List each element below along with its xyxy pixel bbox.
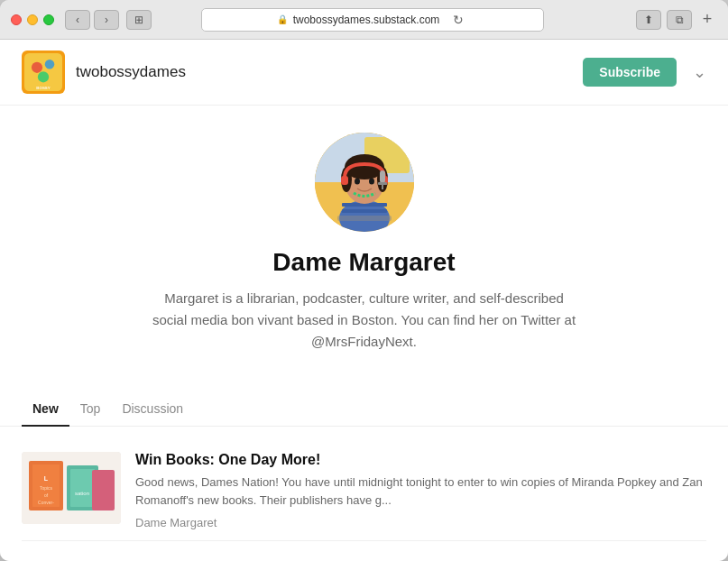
svg-rect-22 xyxy=(380,170,385,183)
post-author: Dame Margaret xyxy=(135,516,706,529)
table-row: L Topics of Conver- sation Win Books: On… xyxy=(22,441,706,541)
back-icon: ‹ xyxy=(76,14,79,26)
tabs-section: New Top Discussion xyxy=(0,392,728,427)
post-info: Win Books: One Day More! Good news, Dame… xyxy=(135,452,706,529)
add-tab-button[interactable]: + xyxy=(697,10,717,30)
nav-buttons: ‹ › xyxy=(65,10,119,30)
page-content: BOSSY twobossydames Subscribe ⌄ xyxy=(0,40,728,561)
svg-text:of: of xyxy=(44,492,49,498)
svg-rect-19 xyxy=(341,176,348,185)
site-header: BOSSY twobossydames Subscribe ⌄ xyxy=(0,40,728,106)
posts-section: L Topics of Conver- sation Win Books: On… xyxy=(0,441,728,541)
site-logo-inner: BOSSY xyxy=(22,51,65,94)
chevron-down-icon[interactable]: ⌄ xyxy=(693,62,706,82)
maximize-button[interactable] xyxy=(43,14,54,25)
address-bar[interactable]: 🔒 twobossydames.substack.com ↻ xyxy=(201,8,544,32)
share-button[interactable]: ⬆ xyxy=(636,10,661,30)
tab-new[interactable]: New xyxy=(22,392,69,427)
reload-button[interactable]: ↻ xyxy=(448,10,468,30)
duplicate-button[interactable]: ⧉ xyxy=(667,10,692,30)
add-tab-icon: + xyxy=(703,10,713,29)
traffic-lights xyxy=(11,14,54,25)
site-logo: BOSSY xyxy=(22,51,65,94)
tabs-row: New Top Discussion xyxy=(22,392,706,426)
toolbar-right: ⬆ ⧉ + xyxy=(636,10,717,30)
minimize-button[interactable] xyxy=(27,14,38,25)
svg-rect-33 xyxy=(70,469,95,507)
post-thumbnail: L Topics of Conver- sation xyxy=(22,452,121,524)
svg-rect-21 xyxy=(337,216,392,221)
svg-text:Conver-: Conver- xyxy=(38,500,54,505)
subscribe-button[interactable]: Subscribe xyxy=(583,58,677,87)
profile-section: Dame Margaret Margaret is a librarian, p… xyxy=(0,106,728,392)
svg-rect-23 xyxy=(378,182,387,185)
browser-window: ‹ › ⊞ 🔒 twobossydames.substack.com ↻ ⬆ ⧉… xyxy=(0,0,728,561)
profile-name: Dame Margaret xyxy=(272,248,455,277)
svg-point-2 xyxy=(45,60,55,69)
close-button[interactable] xyxy=(11,14,22,25)
svg-rect-11 xyxy=(342,209,387,213)
post-excerpt: Good news, Dames Nation! You have until … xyxy=(135,474,706,509)
title-bar: ‹ › ⊞ 🔒 twobossydames.substack.com ↻ ⬆ ⧉… xyxy=(0,0,728,40)
svg-text:BOSSY: BOSSY xyxy=(36,86,50,90)
site-name: twobossydames xyxy=(76,63,186,81)
share-icon: ⬆ xyxy=(644,14,653,26)
tab-view-icon: ⊞ xyxy=(134,14,143,26)
svg-point-1 xyxy=(32,62,42,73)
avatar-image xyxy=(315,133,414,232)
forward-button[interactable]: › xyxy=(94,10,119,30)
profile-bio: Margaret is a librarian, podcaster, cult… xyxy=(148,288,581,353)
url-text: twobossydames.substack.com xyxy=(293,14,440,26)
svg-point-18 xyxy=(369,179,374,185)
svg-point-3 xyxy=(38,71,49,82)
svg-rect-24 xyxy=(382,185,383,189)
duplicate-icon: ⧉ xyxy=(676,14,684,26)
lock-icon: 🔒 xyxy=(277,14,288,24)
back-button[interactable]: ‹ xyxy=(65,10,90,30)
svg-point-17 xyxy=(355,179,360,185)
svg-text:Topics: Topics xyxy=(40,485,53,491)
avatar xyxy=(315,133,414,232)
svg-rect-35 xyxy=(92,470,115,510)
tab-discussion[interactable]: Discussion xyxy=(111,392,194,427)
forward-icon: › xyxy=(105,14,108,26)
tab-view-button[interactable]: ⊞ xyxy=(126,10,152,30)
svg-text:L: L xyxy=(44,475,49,482)
tab-top[interactable]: Top xyxy=(69,392,112,427)
post-title[interactable]: Win Books: One Day More! xyxy=(135,452,706,468)
svg-text:sation: sation xyxy=(75,491,89,496)
